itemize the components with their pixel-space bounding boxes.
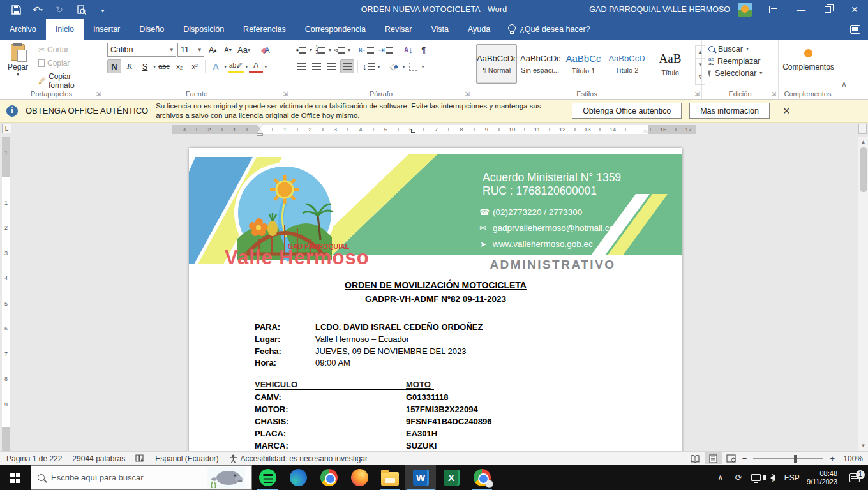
shading-button[interactable]: ◇◆	[387, 59, 401, 73]
dialog-launcher-icon[interactable]: ⇲	[283, 91, 288, 97]
feedback-icon[interactable]	[850, 25, 860, 34]
justify-button[interactable]	[340, 59, 354, 73]
borders-button[interactable]	[407, 59, 421, 73]
style-normal[interactable]: AaBbCcDc¶ Normal	[476, 44, 517, 84]
restore-button[interactable]	[814, 0, 841, 19]
font-size-combo[interactable]: 11▾	[177, 43, 204, 57]
subscript-button[interactable]: x₂	[172, 59, 186, 73]
align-right-button[interactable]	[325, 59, 339, 73]
select-button[interactable]: Seleccionar▾	[708, 67, 775, 79]
tray-sync-icon[interactable]: ⟳	[730, 465, 747, 490]
zoom-level[interactable]: 100%	[837, 454, 863, 463]
chevron-down-icon[interactable]: ▾	[264, 64, 267, 70]
get-office-button[interactable]: Obtenga Office auténtico	[572, 103, 682, 119]
dialog-launcher-icon[interactable]: ⇲	[771, 91, 776, 97]
word-count[interactable]: 29044 palabras	[67, 454, 130, 463]
tab-inicio[interactable]: Inicio	[46, 19, 84, 40]
dialog-launcher-icon[interactable]: ⇲	[465, 91, 470, 97]
superscript-button[interactable]: x²	[188, 59, 202, 73]
close-button[interactable]: ×	[841, 0, 868, 19]
zoom-out-button[interactable]: −	[741, 454, 749, 463]
tab-referencias[interactable]: Referencias	[234, 19, 296, 40]
sort-button[interactable]: A↓	[401, 43, 415, 57]
search-highlight-image[interactable]	[207, 467, 245, 489]
notification-center-button[interactable]: 1	[844, 473, 865, 482]
scrollbar-thumb[interactable]	[860, 147, 867, 192]
network-icon[interactable]	[748, 465, 765, 490]
taskbar-clock[interactable]: 08:48 9/11/2023	[802, 470, 842, 486]
web-layout-button[interactable]	[723, 452, 740, 464]
chevron-down-icon[interactable]: ▾	[310, 47, 312, 53]
chevron-down-icon[interactable]: ▾	[329, 47, 331, 53]
close-warning-icon[interactable]: ✕	[777, 105, 796, 117]
underline-button[interactable]: S	[138, 59, 152, 73]
tab-ayuda[interactable]: Ayuda	[458, 19, 500, 40]
chevron-down-icon[interactable]: ▾	[403, 64, 405, 70]
page-indicator[interactable]: Página 1 de 222	[1, 454, 67, 463]
start-button[interactable]	[0, 465, 31, 490]
volume-icon[interactable]	[766, 465, 782, 490]
chevron-down-icon[interactable]: ▾	[153, 64, 156, 70]
multilevel-list-button[interactable]: ¹a	[333, 43, 347, 57]
taskbar-chrome-profile[interactable]	[467, 465, 497, 490]
save-icon[interactable]	[10, 4, 22, 15]
chevron-down-icon[interactable]: ▾	[245, 64, 248, 70]
align-center-button[interactable]	[310, 59, 324, 73]
undo-icon[interactable]: ↶▾	[32, 4, 43, 15]
accessibility-status[interactable]: Accesibilidad: es necesario investigar	[224, 454, 373, 463]
highlight-button[interactable]: ab🖉	[228, 59, 244, 73]
line-spacing-button[interactable]: ↕	[361, 59, 377, 73]
taskbar-word[interactable]: W	[405, 465, 436, 490]
vertical-scrollbar[interactable]: ▲ ▼	[858, 137, 868, 451]
zoom-slider[interactable]	[753, 458, 823, 459]
tab-correspondencia[interactable]: Correspondencia	[296, 19, 375, 40]
taskbar-chrome[interactable]	[313, 465, 344, 490]
style-title[interactable]: AaBTítulo	[650, 44, 691, 84]
font-name-combo[interactable]: Calibri▾	[107, 43, 176, 57]
tab-selector[interactable]: L	[2, 124, 11, 133]
customize-qat-icon[interactable]: —▾	[97, 4, 108, 15]
taskbar-excel[interactable]: X	[436, 465, 467, 490]
tab-diseno[interactable]: Diseño	[130, 19, 174, 40]
taskbar-firefox[interactable]	[344, 465, 375, 490]
chevron-down-icon[interactable]: ▾	[224, 64, 227, 70]
find-button[interactable]: Buscar▾	[708, 43, 775, 55]
show-marks-button[interactable]: ¶	[417, 43, 431, 57]
more-info-button[interactable]: Más información	[689, 103, 770, 119]
left-indent-marker[interactable]	[257, 133, 263, 136]
text-effects-button[interactable]: A	[209, 59, 223, 73]
read-mode-button[interactable]	[687, 452, 704, 464]
tab-stop-marker[interactable]	[411, 129, 415, 133]
language-indicator[interactable]: Español (Ecuador)	[150, 454, 223, 463]
style-heading1[interactable]: AaBbCcTítulo 1	[563, 44, 604, 84]
scroll-up-icon[interactable]: ▲	[861, 137, 866, 147]
language-indicator[interactable]: ESP	[784, 465, 800, 490]
dialog-launcher-icon[interactable]: ⇲	[694, 91, 700, 97]
tab-disposicion[interactable]: Disposición	[174, 19, 234, 40]
grow-font-button[interactable]: A▴	[206, 43, 220, 57]
taskbar-search[interactable]: Escribe aquí para buscar	[31, 465, 252, 490]
paste-button[interactable]: Pegar ▾	[4, 43, 32, 77]
account-name[interactable]: GAD PARROQUIAL VALLE HERMOSO	[589, 5, 730, 14]
zoom-in-button[interactable]: +	[828, 454, 836, 463]
increase-indent-button[interactable]: ⇥	[377, 43, 394, 57]
copy-button[interactable]: Copiar	[36, 57, 100, 69]
replace-button[interactable]: abacReemplazar	[708, 55, 775, 67]
bullets-button[interactable]: ●	[294, 43, 308, 57]
cut-button[interactable]: ✂Cortar	[36, 44, 100, 56]
align-left-button[interactable]	[294, 59, 308, 73]
strikethrough-button[interactable]: abc	[157, 59, 171, 73]
style-heading2[interactable]: AaBbCcDTítulo 2	[606, 44, 647, 84]
change-case-button[interactable]: Aa▾	[236, 43, 251, 57]
shrink-font-button[interactable]: A▾	[221, 43, 235, 57]
tab-insertar[interactable]: Insertar	[84, 19, 130, 40]
chevron-down-icon[interactable]: ▾	[422, 64, 424, 70]
font-color-button[interactable]: A	[249, 59, 263, 73]
tab-revisar[interactable]: Revisar	[375, 19, 421, 40]
addins-button[interactable]: Complementos	[782, 43, 834, 71]
print-preview-icon[interactable]	[75, 4, 87, 15]
minimize-button[interactable]: —	[788, 0, 814, 19]
zoom-slider-thumb[interactable]	[794, 455, 797, 463]
format-painter-button[interactable]: 🖉Copiar formato	[36, 71, 100, 91]
taskbar-explorer[interactable]	[375, 465, 405, 490]
